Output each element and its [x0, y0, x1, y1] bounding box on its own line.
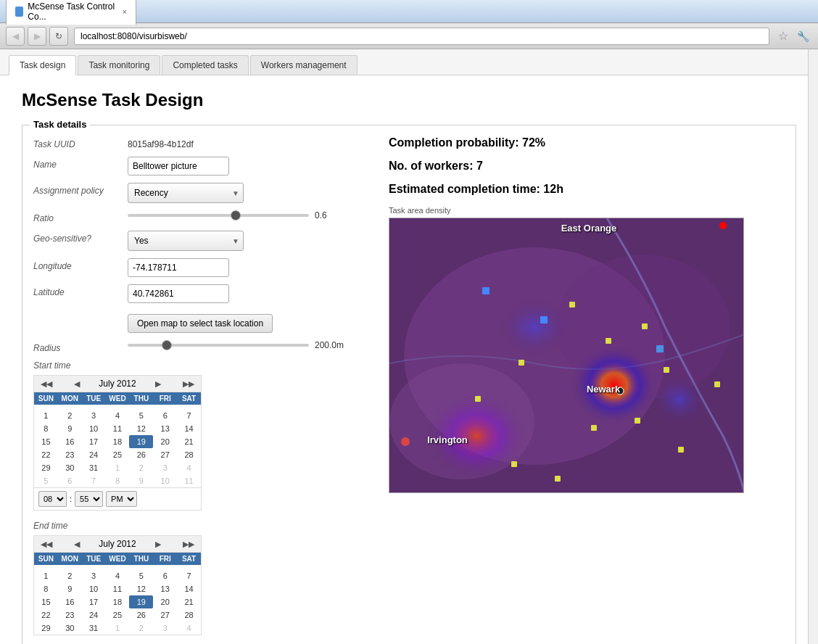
cal-cell[interactable]: 10 [82, 422, 106, 435]
cal-cell-today[interactable]: 19 [129, 435, 153, 448]
cal-start-last-next-button[interactable]: ▶▶ [181, 379, 197, 389]
assignment-select[interactable]: Recency Random Distance [128, 183, 244, 203]
cal-cell[interactable]: 13 [153, 422, 177, 435]
cal-cell[interactable]: 3 [153, 622, 177, 635]
browser-tab[interactable]: McSense Task Control Co... × [6, 0, 136, 25]
cal-cell[interactable]: 5 [34, 474, 58, 487]
cal-cell[interactable]: 9 [129, 474, 153, 487]
cal-end-next-button[interactable]: ▶ [153, 540, 163, 549]
cal-cell[interactable]: 3 [82, 569, 106, 582]
tab-task-design[interactable]: Task design [9, 55, 76, 75]
cal-cell[interactable]: 10 [82, 582, 106, 595]
scrollbar[interactable] [808, 49, 818, 644]
cal-cell[interactable]: 14 [177, 582, 201, 595]
cal-cell[interactable]: 4 [106, 569, 130, 582]
cal-cell[interactable]: 8 [34, 582, 58, 595]
cal-cell[interactable]: 30 [58, 461, 82, 474]
cal-cell[interactable]: 15 [34, 595, 58, 608]
cal-end-cell-today[interactable]: 19 [129, 595, 153, 608]
cal-cell[interactable]: 11 [106, 582, 130, 595]
cal-cell[interactable]: 24 [82, 448, 106, 461]
cal-cell[interactable]: 10 [153, 474, 177, 487]
geo-select[interactable]: Yes No [128, 231, 244, 251]
tab-completed-tasks[interactable]: Completed tasks [162, 55, 248, 75]
cal-cell[interactable]: 6 [153, 409, 177, 422]
cal-cell[interactable]: 4 [177, 622, 201, 635]
cal-end-last-next-button[interactable]: ▶▶ [181, 540, 197, 549]
cal-cell[interactable]: 1 [34, 409, 58, 422]
cal-cell[interactable]: 9 [58, 422, 82, 435]
back-button[interactable]: ◀ [6, 27, 25, 46]
cal-cell[interactable]: 4 [106, 409, 130, 422]
cal-cell[interactable]: 2 [58, 569, 82, 582]
cal-cell[interactable]: 2 [129, 622, 153, 635]
cal-cell[interactable]: 8 [106, 474, 130, 487]
cal-cell[interactable]: 25 [106, 448, 130, 461]
cal-end-first-prev-button[interactable]: ◀◀ [38, 540, 54, 549]
cal-cell[interactable]: 24 [82, 608, 106, 622]
cal-cell[interactable]: 21 [177, 435, 201, 448]
cal-cell[interactable]: 11 [177, 474, 201, 487]
cal-cell[interactable]: 23 [58, 608, 82, 622]
cal-cell[interactable]: 22 [34, 608, 58, 622]
cal-cell[interactable]: 28 [177, 608, 201, 622]
cal-cell[interactable]: 15 [34, 435, 58, 448]
cal-cell[interactable]: 2 [58, 409, 82, 422]
refresh-button[interactable]: ↻ [49, 27, 68, 46]
cal-cell[interactable]: 31 [82, 461, 106, 474]
cal-cell[interactable]: 25 [106, 608, 130, 622]
radius-slider[interactable] [128, 344, 309, 347]
cal-cell[interactable]: 27 [153, 608, 177, 622]
cal-cell[interactable]: 29 [34, 461, 58, 474]
cal-cell[interactable]: 28 [177, 448, 201, 461]
cal-cell[interactable]: 7 [177, 409, 201, 422]
cal-cell[interactable]: 20 [153, 595, 177, 608]
cal-start-first-prev-button[interactable]: ◀◀ [38, 379, 54, 389]
cal-cell[interactable]: 1 [106, 622, 130, 635]
start-ampm-select[interactable]: PMAM [106, 491, 137, 507]
cal-cell[interactable]: 4 [177, 461, 201, 474]
cal-cell[interactable]: 21 [177, 595, 201, 608]
settings-wrench-icon[interactable]: 🔧 [794, 30, 812, 42]
forward-button[interactable]: ▶ [28, 27, 46, 46]
tab-workers-management[interactable]: Workers management [250, 55, 358, 75]
cal-start-prev-button[interactable]: ◀ [72, 379, 82, 389]
cal-cell[interactable]: 12 [129, 582, 153, 595]
start-hour-select[interactable]: 080910 [38, 491, 67, 507]
tab-task-monitoring[interactable]: Task monitoring [78, 55, 160, 75]
cal-cell[interactable]: 26 [129, 448, 153, 461]
open-map-button[interactable]: Open map to select task location [128, 314, 273, 333]
cal-cell[interactable]: 20 [153, 435, 177, 448]
longitude-input[interactable] [128, 258, 229, 277]
cal-cell[interactable]: 1 [34, 569, 58, 582]
cal-cell[interactable]: 5 [129, 569, 153, 582]
cal-cell[interactable]: 2 [129, 461, 153, 474]
cal-cell[interactable]: 11 [106, 422, 130, 435]
cal-cell[interactable]: 27 [153, 448, 177, 461]
cal-cell[interactable]: 5 [129, 409, 153, 422]
cal-cell[interactable]: 6 [153, 569, 177, 582]
cal-cell[interactable]: 31 [82, 622, 106, 635]
cal-cell[interactable]: 30 [58, 622, 82, 635]
cal-cell[interactable]: 14 [177, 422, 201, 435]
task-area-density-map[interactable]: East Orange Newark Irvington [389, 218, 744, 493]
cal-cell[interactable]: 6 [58, 474, 82, 487]
cal-cell[interactable]: 17 [82, 435, 106, 448]
start-minute-select[interactable]: 5500153045 [75, 491, 103, 507]
ratio-slider[interactable] [128, 214, 309, 217]
cal-end-prev-button[interactable]: ◀ [72, 540, 82, 549]
address-bar[interactable] [74, 28, 769, 45]
cal-cell[interactable]: 13 [153, 582, 177, 595]
bookmark-star-icon[interactable]: ☆ [775, 29, 791, 43]
cal-cell[interactable]: 12 [129, 422, 153, 435]
name-input[interactable] [128, 157, 229, 176]
tab-close-button[interactable]: × [123, 7, 127, 16]
cal-start-next-button[interactable]: ▶ [153, 379, 163, 389]
cal-cell[interactable]: 1 [106, 461, 130, 474]
cal-cell[interactable]: 18 [106, 595, 130, 608]
cal-cell[interactable]: 3 [153, 461, 177, 474]
cal-cell[interactable]: 26 [129, 608, 153, 622]
cal-cell[interactable]: 17 [82, 595, 106, 608]
cal-cell[interactable]: 9 [58, 582, 82, 595]
cal-cell[interactable]: 7 [82, 474, 106, 487]
